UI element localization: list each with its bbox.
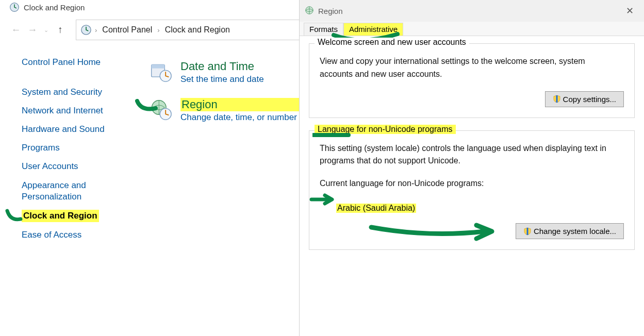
chevron-right-icon: › <box>95 26 97 34</box>
chevron-right-icon: › <box>157 26 159 34</box>
group-legend: Language for non-Unicode programs <box>315 125 456 134</box>
sidebar-item-programs[interactable]: Programs <box>22 142 150 154</box>
button-label: Copy settings... <box>563 95 616 104</box>
item-title[interactable]: Date and Time <box>180 60 264 73</box>
sidebar-item-ease[interactable]: Ease of Access <box>22 229 150 241</box>
group-description: This setting (system locale) controls th… <box>320 142 608 168</box>
tab-formats[interactable]: Formats <box>304 23 343 36</box>
sidebar-home[interactable]: Control Panel Home <box>22 57 150 68</box>
uac-shield-icon <box>523 227 532 236</box>
uac-shield-icon <box>553 95 561 103</box>
sidebar-item-hardware[interactable]: Hardware and Sound <box>22 124 150 135</box>
locale-sublabel: Current language for non-Unicode program… <box>320 179 624 188</box>
globe-icon <box>305 6 314 16</box>
clock-icon <box>80 24 92 36</box>
sidebar-item-clock-region[interactable]: Clock and Region <box>22 210 99 222</box>
group-non-unicode: Language for non-Unicode programs This s… <box>309 130 635 250</box>
breadcrumb-item[interactable]: Clock and Region <box>163 22 232 38</box>
nav-up-button[interactable]: ↑ <box>53 23 68 37</box>
sidebar-item-network[interactable]: Network and Internet <box>22 105 150 116</box>
sidebar-item-appearance[interactable]: Appearance and Personalization <box>22 180 114 203</box>
tab-panel-administrative: Welcome screen and new user accounts Vie… <box>300 36 644 336</box>
button-label: Change system locale... <box>534 227 616 236</box>
cp-window-title: Clock and Region <box>24 3 85 12</box>
sidebar: Control Panel Home System and Security N… <box>0 57 150 241</box>
nav-back-button[interactable]: ← <box>9 23 23 37</box>
svg-rect-3 <box>152 64 165 68</box>
item-sublink[interactable]: Set the time and date <box>180 74 264 85</box>
breadcrumb-item[interactable]: Control Panel <box>100 22 154 38</box>
sidebar-item-users[interactable]: User Accounts <box>22 161 150 172</box>
current-locale-value: Arabic (Saudi Arabia) <box>336 204 416 213</box>
group-legend: Welcome screen and new user accounts <box>315 38 469 47</box>
tabstrip: Formats Administrative <box>300 22 644 36</box>
tab-administrative[interactable]: Administrative <box>343 23 403 36</box>
group-description: View and copy your international setting… <box>320 55 608 81</box>
copy-settings-button[interactable]: Copy settings... <box>545 91 624 107</box>
dialog-title: Region <box>318 7 343 15</box>
nav-history-caret[interactable]: ⌄ <box>42 27 50 33</box>
calendar-clock-icon <box>150 61 172 83</box>
change-system-locale-button[interactable]: Change system locale... <box>516 223 624 239</box>
globe-clock-icon <box>150 99 172 122</box>
sidebar-item-system-security[interactable]: System and Security <box>22 87 150 98</box>
close-button[interactable]: ✕ <box>622 3 638 19</box>
nav-forward-button[interactable]: → <box>26 23 39 37</box>
region-dialog: Region ✕ Formats Administrative Welcome … <box>299 0 644 336</box>
clock-icon <box>9 2 20 12</box>
dialog-titlebar: Region ✕ <box>300 0 644 22</box>
group-welcome-screen: Welcome screen and new user accounts Vie… <box>309 43 635 118</box>
